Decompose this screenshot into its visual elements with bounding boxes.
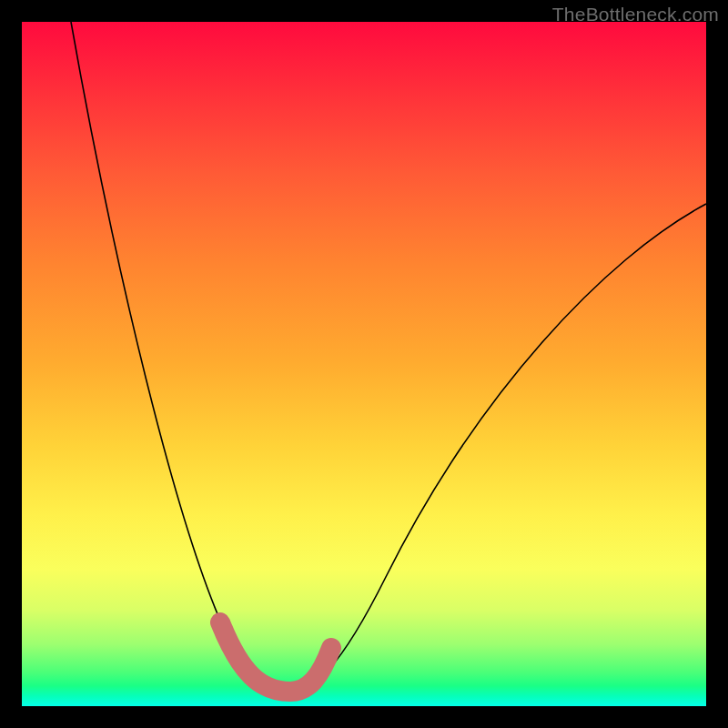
pink-overlay	[220, 622, 331, 692]
curve-svg	[22, 22, 706, 706]
watermark-text: TheBottleneck.com	[552, 4, 719, 25]
plot-area	[22, 22, 706, 706]
right-curve	[286, 204, 706, 693]
left-curve	[71, 22, 286, 693]
